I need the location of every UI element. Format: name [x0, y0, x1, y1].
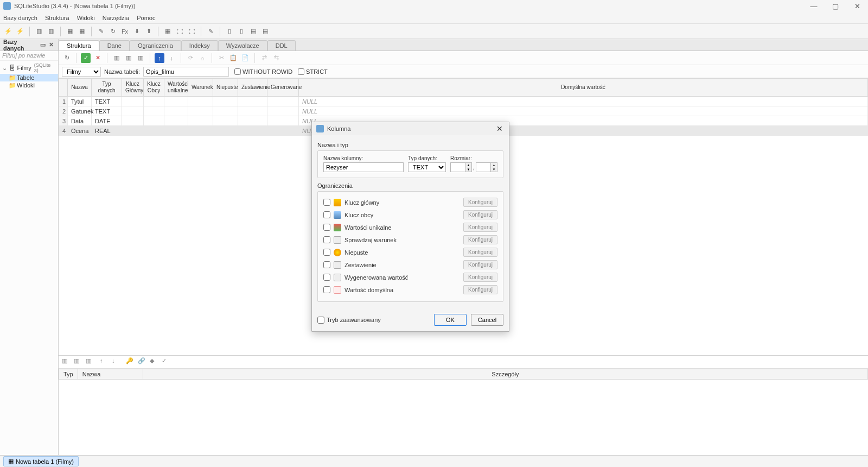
- constraint-checkbox[interactable]: [323, 236, 330, 243]
- constraint-checkbox[interactable]: [323, 211, 330, 218]
- layout-icon[interactable]: ▯: [225, 27, 234, 36]
- tree-tables-node[interactable]: 📁 Tabele: [0, 74, 58, 81]
- cell-default[interactable]: NULL: [299, 106, 868, 116]
- without-rowid-checkbox[interactable]: WITHOUT ROWID: [234, 68, 292, 75]
- strict-input[interactable]: [298, 68, 304, 75]
- maximize-button[interactable]: ▢: [828, 2, 843, 10]
- edit-table-icon[interactable]: ▦: [77, 27, 87, 36]
- commit-icon[interactable]: ✓: [81, 53, 91, 63]
- add-constraint-icon[interactable]: ▥: [62, 357, 72, 367]
- size-input-1[interactable]: [450, 162, 465, 172]
- up-icon[interactable]: ↑: [100, 357, 110, 367]
- rollback-icon[interactable]: ✕: [93, 53, 103, 63]
- tab-triggers[interactable]: Wyzwalacze: [218, 40, 267, 51]
- undock-icon[interactable]: ▭: [39, 41, 46, 49]
- grid-icon[interactable]: ▦: [163, 27, 173, 36]
- expand-icon[interactable]: ⛶: [175, 27, 184, 36]
- column-row[interactable]: 1TytulTEXTNULL: [59, 97, 868, 106]
- add-db-icon[interactable]: ▥: [34, 27, 44, 36]
- tab-ddl[interactable]: DDL: [267, 40, 296, 51]
- import-icon[interactable]: ⬇: [132, 27, 142, 36]
- export-icon[interactable]: ⬆: [144, 27, 154, 36]
- col-header[interactable]: Generowane: [267, 79, 299, 97]
- strict-checkbox[interactable]: STRICT: [298, 68, 328, 75]
- col-header[interactable]: Domyślna wartość: [299, 79, 868, 97]
- delete-column-icon[interactable]: ▥: [136, 53, 145, 63]
- menu-structure[interactable]: Struktura: [45, 15, 69, 21]
- check-icon[interactable]: ✓: [162, 357, 171, 367]
- col-header[interactable]: Klucz Obcy: [144, 79, 164, 97]
- tree-db-item[interactable]: ⌄ 🗄 Filmy (SQLite 3): [0, 62, 58, 74]
- configure-button[interactable]: Konfiguruj: [463, 248, 497, 257]
- column-row[interactable]: 2GatunekTEXTNULL: [59, 106, 868, 116]
- col-header[interactable]: Wartości unikalne: [164, 79, 188, 97]
- menu-help[interactable]: Pomoc: [137, 15, 155, 21]
- sql-editor-icon[interactable]: ✎: [96, 27, 106, 36]
- fx-icon[interactable]: Fx: [120, 27, 130, 36]
- tree-views-node[interactable]: 📁 Widoki: [0, 81, 58, 89]
- move-down-icon[interactable]: ↓: [167, 53, 176, 63]
- tool-icon[interactable]: ✎: [206, 27, 215, 36]
- size-spinner-1[interactable]: ▲▼: [450, 162, 472, 172]
- tab-structure[interactable]: Struktura: [59, 40, 99, 51]
- unique-icon[interactable]: ◆: [150, 357, 159, 367]
- configure-button[interactable]: Konfiguruj: [463, 210, 497, 219]
- cell-name[interactable]: Data: [68, 116, 92, 126]
- cell-name[interactable]: Tytul: [68, 97, 92, 106]
- column-name-input[interactable]: [323, 162, 404, 172]
- layout-icon[interactable]: ▤: [260, 27, 270, 36]
- size-spinner-2[interactable]: ▲▼: [476, 162, 497, 172]
- col-header[interactable]: Warunek: [188, 79, 213, 97]
- cell-type[interactable]: TEXT: [92, 106, 122, 116]
- fk-icon[interactable]: 🔗: [138, 357, 148, 367]
- tab-data[interactable]: Dane: [99, 40, 130, 51]
- configure-button[interactable]: Konfiguruj: [463, 260, 497, 269]
- col-header[interactable]: Niepuste: [213, 79, 238, 97]
- configure-button[interactable]: Konfiguruj: [463, 198, 497, 207]
- new-table-icon[interactable]: ▦: [65, 27, 75, 36]
- cell-type[interactable]: TEXT: [92, 97, 122, 106]
- minimize-button[interactable]: —: [806, 2, 821, 10]
- filter-input[interactable]: Filtruj po nazwie: [0, 51, 58, 61]
- configure-button[interactable]: Konfiguruj: [463, 285, 497, 294]
- dialog-titlebar[interactable]: Kolumna ✕: [312, 122, 509, 135]
- down-icon[interactable]: ↓: [112, 357, 122, 367]
- collapse-icon[interactable]: ⛶: [187, 27, 196, 36]
- cell-type[interactable]: REAL: [92, 126, 122, 136]
- cell-type[interactable]: DATE: [92, 116, 122, 126]
- col-header[interactable]: Typ danych: [92, 79, 122, 97]
- menu-views[interactable]: Widoki: [77, 15, 95, 21]
- database-select[interactable]: Filmy: [62, 67, 101, 77]
- cell-name[interactable]: Ocena: [68, 126, 92, 136]
- table-name-input[interactable]: [143, 67, 229, 77]
- spinner-buttons[interactable]: ▲▼: [491, 162, 497, 172]
- menu-tools[interactable]: Narzędzia: [103, 15, 130, 21]
- constraint-checkbox[interactable]: [323, 286, 330, 293]
- spinner-buttons[interactable]: ▲▼: [465, 162, 472, 172]
- close-panel-icon[interactable]: ✕: [48, 41, 55, 49]
- configure-button[interactable]: Konfiguruj: [463, 235, 497, 244]
- configure-button[interactable]: Konfiguruj: [463, 273, 497, 282]
- configure-button[interactable]: Konfiguruj: [463, 223, 497, 232]
- advanced-mode-input[interactable]: [317, 317, 324, 324]
- edit-constraint-icon[interactable]: ▥: [74, 357, 84, 367]
- add-column-icon[interactable]: ▥: [112, 53, 122, 63]
- cell-default[interactable]: NULL: [299, 97, 868, 106]
- cancel-button[interactable]: Cancel: [471, 314, 503, 326]
- move-up-icon[interactable]: ↑: [155, 53, 164, 63]
- col-header[interactable]: Szczegóły: [143, 369, 867, 380]
- col-header[interactable]: Nazwa: [78, 369, 143, 380]
- data-type-select[interactable]: TEXT: [408, 162, 446, 172]
- layout-icon[interactable]: ▯: [237, 27, 246, 36]
- constraint-checkbox[interactable]: [323, 249, 330, 256]
- connect-icon[interactable]: ⚡: [3, 27, 13, 36]
- without-rowid-input[interactable]: [234, 68, 241, 75]
- col-header[interactable]: Klucz Główny: [122, 79, 144, 97]
- window-tab[interactable]: ▦ Nowa tabela 1 (Filmy): [3, 456, 79, 466]
- twisty-icon[interactable]: ⌄: [2, 65, 8, 72]
- history-icon[interactable]: ↻: [108, 27, 118, 36]
- edit-db-icon[interactable]: ▥: [46, 27, 56, 36]
- constraint-checkbox[interactable]: [323, 224, 330, 231]
- delete-constraint-icon[interactable]: ▥: [86, 357, 95, 367]
- size-input-2[interactable]: [476, 162, 491, 172]
